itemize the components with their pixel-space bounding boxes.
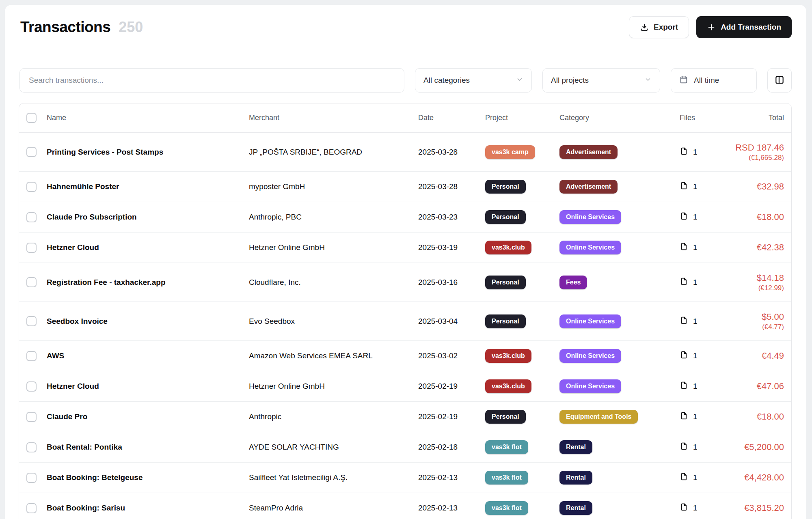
transaction-merchant: AYDE SOLAR YACHTING [249, 443, 418, 452]
projects-select[interactable]: All projects [542, 68, 660, 93]
row-checkbox[interactable] [26, 277, 37, 287]
project-badge: vas3k flot [485, 471, 528, 485]
project-cell: vas3k flot [485, 501, 559, 515]
files-cell: 1 [674, 411, 721, 422]
column-header-date: Date [418, 114, 485, 122]
total-cell: €47.06 [721, 381, 791, 392]
table-row[interactable]: Seedbox Invoice Evo Seedbox 2025-03-04 P… [19, 302, 791, 341]
row-checkbox[interactable] [26, 473, 37, 483]
column-settings-button[interactable] [767, 68, 792, 93]
files-count: 1 [693, 443, 698, 452]
row-checkbox-cell [19, 351, 47, 361]
transaction-name: Seedbox Invoice [47, 317, 249, 326]
category-cell: Rental [559, 501, 674, 515]
export-button[interactable]: Export [629, 16, 689, 38]
table-row[interactable]: Claude Pro Subscription Anthropic, PBC 2… [19, 202, 791, 233]
categories-select[interactable]: All categories [415, 68, 532, 93]
topbar: Transactions 250 Export Add Transaction [15, 16, 797, 38]
table-row[interactable]: Hahnemühle Poster myposter GmbH 2025-03-… [19, 172, 791, 202]
total-amount: €3,815.20 [721, 502, 784, 514]
row-checkbox[interactable] [26, 503, 37, 513]
add-transaction-button[interactable]: Add Transaction [696, 16, 792, 38]
table-row[interactable]: Hetzner Cloud Hetzner Online GmbH 2025-0… [19, 371, 791, 402]
transaction-date: 2025-03-23 [418, 213, 485, 222]
row-checkbox[interactable] [26, 442, 37, 452]
category-cell: Online Services [559, 314, 674, 328]
table-row[interactable]: Claude Pro Anthropic 2025-02-19 Personal… [19, 402, 791, 432]
table-row[interactable]: AWS Amazon Web Services EMEA SARL 2025-0… [19, 341, 791, 371]
table-row[interactable]: Registration Fee - taxhacker.app Cloudfl… [19, 263, 791, 302]
row-checkbox-cell [19, 147, 47, 157]
search-input[interactable] [19, 68, 404, 93]
file-icon [680, 411, 688, 422]
date-range-button[interactable]: All time [671, 68, 757, 93]
total-cell: €18.00 [721, 211, 791, 223]
category-badge: Rental [559, 471, 592, 485]
row-checkbox[interactable] [26, 243, 37, 253]
total-amount: €42.38 [721, 242, 784, 253]
row-checkbox[interactable] [26, 147, 37, 157]
transaction-date: 2025-02-13 [418, 504, 485, 513]
project-badge: vas3k camp [485, 145, 535, 159]
files-cell: 1 [674, 277, 721, 288]
file-icon [680, 181, 688, 192]
total-converted-amount: (€4.77) [721, 323, 784, 331]
transaction-merchant: Cloudflare, Inc. [249, 278, 418, 287]
table-row[interactable]: Boat Rental: Pontika AYDE SOLAR YACHTING… [19, 432, 791, 463]
transaction-name: Printing Services - Post Stamps [47, 148, 249, 157]
row-checkbox[interactable] [26, 351, 37, 361]
chevron-down-icon [516, 76, 523, 85]
transaction-date: 2025-02-13 [418, 473, 485, 482]
row-checkbox[interactable] [26, 212, 37, 222]
total-amount: €4.49 [721, 350, 784, 362]
files-count: 1 [693, 317, 698, 326]
project-cell: vas3k flot [485, 440, 559, 454]
transaction-name: Claude Pro Subscription [47, 213, 249, 222]
date-range-value: All time [694, 76, 719, 85]
total-amount: €5,200.00 [721, 441, 784, 453]
category-badge: Online Services [559, 241, 621, 254]
file-icon [680, 212, 688, 222]
table-row[interactable]: Boat Booking: Sarisu SteamPro Adria 2025… [19, 493, 791, 519]
project-cell: Personal [485, 314, 559, 328]
row-checkbox[interactable] [26, 381, 37, 392]
category-badge: Online Services [559, 210, 621, 224]
transaction-name: Boat Rental: Pontika [47, 443, 249, 452]
category-cell: Equipment and Tools [559, 410, 674, 424]
transaction-merchant: Hetzner Online GmbH [249, 243, 418, 252]
transaction-date: 2025-03-02 [418, 351, 485, 360]
select-all-checkbox[interactable] [26, 113, 37, 123]
plus-icon [707, 23, 716, 32]
row-checkbox-cell [19, 243, 47, 253]
select-all-cell [19, 113, 47, 123]
table-row[interactable]: Printing Services - Post Stamps JP „POŠT… [19, 133, 791, 172]
table-row[interactable]: Hetzner Cloud Hetzner Online GmbH 2025-0… [19, 233, 791, 263]
row-checkbox[interactable] [26, 182, 37, 192]
total-cell: €18.00 [721, 411, 791, 422]
project-cell: Personal [485, 210, 559, 224]
table-row[interactable]: Boat Booking: Betelgeuse Sailfleet Yat I… [19, 463, 791, 493]
total-amount: RSD 187.46 [721, 142, 784, 153]
page-title: Transactions [20, 19, 110, 36]
file-icon [680, 381, 688, 392]
project-badge: vas3k flot [485, 501, 528, 515]
project-cell: Personal [485, 276, 559, 289]
transaction-name: Boat Booking: Sarisu [47, 504, 249, 513]
files-cell: 1 [674, 442, 721, 452]
total-cell: RSD 187.46 (€1,665.28) [721, 142, 791, 162]
category-cell: Rental [559, 471, 674, 485]
files-count: 1 [693, 182, 698, 191]
file-icon [680, 472, 688, 483]
total-amount: €18.00 [721, 211, 784, 223]
files-count: 1 [693, 213, 698, 222]
row-checkbox[interactable] [26, 316, 37, 326]
column-header-total: Total [721, 114, 791, 122]
column-header-files: Files [674, 114, 721, 122]
files-count: 1 [693, 412, 698, 421]
add-transaction-label: Add Transaction [721, 23, 781, 32]
project-cell: vas3k flot [485, 471, 559, 485]
row-checkbox-cell [19, 412, 47, 422]
table-body: Printing Services - Post Stamps JP „POŠT… [19, 133, 791, 519]
row-checkbox-cell [19, 381, 47, 392]
row-checkbox[interactable] [26, 412, 37, 422]
